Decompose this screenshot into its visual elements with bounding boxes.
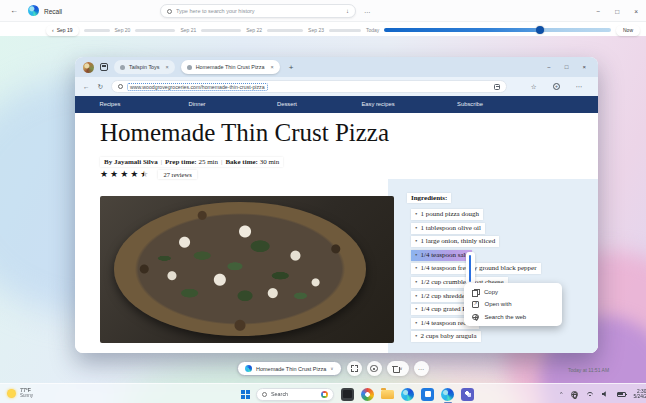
- snapshot-action-toolbar: Homemade Thin Crust Pizza ∨ ∨ ⋯: [237, 361, 429, 376]
- more-icon: ⋯: [418, 365, 425, 372]
- taskbar-clock[interactable]: 2:30 PM 5/24/2024: [634, 389, 646, 400]
- tab-favicon: [120, 65, 125, 70]
- tab-label: Homemade Thin Crust Pizza: [196, 64, 265, 70]
- ingredients-heading[interactable]: Ingredients:: [407, 193, 451, 203]
- taskbar-weather-widget[interactable]: 77°F Sunny: [7, 387, 33, 399]
- ingredient-item[interactable]: •1 tablespoon olive oil: [411, 223, 485, 234]
- timeline-prev-button[interactable]: ‹ Sep 19: [46, 25, 79, 36]
- timeline-date-label: Sep 20: [115, 27, 131, 33]
- taskbar-app-store[interactable]: [421, 388, 434, 401]
- workspaces-icon: [100, 63, 108, 71]
- browser-maximize-icon: □: [565, 64, 569, 70]
- network-globe-icon[interactable]: [571, 391, 578, 398]
- ingredient-item[interactable]: •1 large onion, thinly sliced: [411, 236, 499, 247]
- recall-titlebar: ← Recall ↓ ⋯ − □ ×: [0, 0, 646, 22]
- taskbar-app-teams[interactable]: [461, 388, 474, 401]
- battery-icon[interactable]: [617, 392, 626, 397]
- context-menu-item-copy[interactable]: Copy: [464, 286, 562, 298]
- ingredient-text: 1 pound pizza dough: [420, 210, 479, 218]
- prep-time-label: Prep time:: [165, 158, 197, 166]
- copy-icon: [472, 289, 478, 296]
- bullet-icon: •: [415, 264, 417, 272]
- browser-more-icon: ⋯: [576, 83, 583, 91]
- trash-icon: [392, 365, 398, 372]
- address-url-text[interactable]: www.woodgrovegroceries.com/homemade-thin…: [127, 83, 268, 91]
- volume-icon[interactable]: [602, 391, 609, 397]
- address-bar: www.woodgrovegroceries.com/homemade-thin…: [111, 80, 507, 93]
- timeline-track-segment[interactable]: [135, 29, 175, 32]
- toolbar-more-button[interactable]: ⋯: [414, 361, 429, 376]
- star-icon: [120, 170, 128, 179]
- snapshot-app-pill[interactable]: Homemade Thin Crust Pizza ∨: [237, 361, 342, 376]
- wifi-icon[interactable]: [586, 391, 594, 397]
- star-icon: [100, 170, 108, 179]
- timeline-track-segment[interactable]: [201, 29, 241, 32]
- recipe-photo[interactable]: [100, 196, 394, 343]
- open-with-icon: [472, 301, 479, 308]
- profile-avatar: [83, 62, 94, 73]
- timeline-track-segment[interactable]: [329, 29, 361, 32]
- text-selection-handle[interactable]: [466, 252, 475, 285]
- recipe-author: By Jayamali Silva: [104, 158, 158, 166]
- nav-item-subscribe[interactable]: Subscribe: [457, 101, 483, 107]
- snip-button[interactable]: [347, 361, 362, 376]
- recipe-byline[interactable]: By Jayamali Silva|Prep time: 25 min|Bake…: [100, 157, 283, 167]
- recipe-rating: 27 reviews: [100, 170, 197, 179]
- bake-time-value: 30 min: [260, 158, 280, 166]
- taskbar-app-browser[interactable]: [361, 388, 374, 401]
- history-search-input[interactable]: [176, 8, 342, 14]
- maximize-button[interactable]: □: [615, 8, 619, 15]
- taskbar-app-recall-active[interactable]: [441, 388, 454, 401]
- taskbar-app-edge[interactable]: [401, 388, 414, 401]
- reviews-count[interactable]: 27 reviews: [158, 170, 196, 179]
- ingredient-item[interactable]: •1/4 teaspoon freshly ground black peppe…: [411, 263, 541, 274]
- timeline-slider-handle[interactable]: [536, 26, 544, 34]
- start-button[interactable]: [241, 390, 250, 399]
- history-search-box[interactable]: ↓: [160, 4, 356, 18]
- browser-refresh-icon: ↻: [98, 83, 103, 91]
- bullet-icon: •: [415, 332, 417, 340]
- ingredient-item-highlighted[interactable]: •1/4 teaspoon salt: [411, 250, 472, 261]
- snapshot-app-label: Homemade Thin Crust Pizza: [256, 366, 326, 372]
- ingredient-text: 1/4 teaspoon freshly ground black pepper: [420, 264, 536, 272]
- collections-icon: [553, 83, 560, 90]
- context-menu-item-open-with[interactable]: Open with: [464, 298, 562, 310]
- titlebar-more-icon[interactable]: ⋯: [364, 8, 371, 15]
- nav-item-easy-recipes[interactable]: Easy recipes: [361, 101, 394, 107]
- back-icon[interactable]: ←: [10, 6, 18, 15]
- timeline-prev-label: Sep 19: [57, 27, 73, 33]
- timeline-track-segment[interactable]: [84, 29, 110, 32]
- tab-close-icon: ×: [165, 64, 168, 70]
- ingredient-item[interactable]: •1 pound pizza dough: [411, 209, 483, 220]
- recall-app-window: ← Recall ↓ ⋯ − □ × ‹ Sep 19 Sep 20 Sep 2…: [0, 0, 646, 403]
- star-icon: [130, 170, 138, 179]
- taskbar-search-box[interactable]: Search: [256, 388, 334, 401]
- minimize-button[interactable]: −: [596, 8, 600, 15]
- timeline-now-button[interactable]: Now: [616, 25, 640, 36]
- context-menu: Copy Open with Search the web: [464, 283, 562, 326]
- half-star-icon: [140, 170, 148, 179]
- timeline-track-segment[interactable]: [267, 29, 303, 32]
- context-menu-item-search-web[interactable]: Search the web: [464, 311, 562, 323]
- timeline-date-label: Sep 22: [246, 27, 262, 33]
- search-dropdown-icon[interactable]: ↓: [346, 8, 349, 14]
- nav-item-dessert[interactable]: Dessert: [277, 101, 297, 107]
- ingredient-item[interactable]: •2 cups baby arugula: [411, 331, 481, 342]
- copy-snapshot-button[interactable]: [367, 361, 382, 376]
- context-menu-label: Open with: [485, 301, 512, 307]
- bullet-icon: •: [415, 305, 417, 313]
- taskbar-app-file-explorer[interactable]: [381, 388, 394, 401]
- clock-date: 5/24/2024: [634, 394, 646, 399]
- nav-item-dinner[interactable]: Dinner: [188, 101, 205, 107]
- byline-separator: |: [158, 158, 165, 166]
- site-navbar: Recipes Dinner Dessert Easy recipes Subs…: [75, 96, 598, 113]
- nav-item-recipes[interactable]: Recipes: [100, 101, 121, 107]
- timeline-today-track[interactable]: [384, 28, 611, 32]
- search-icon: [167, 9, 172, 14]
- taskbar-app-device[interactable]: [341, 388, 354, 401]
- browser-toolbar: ← ↻ www.woodgrovegroceries.com/homemade-…: [75, 77, 598, 96]
- close-button[interactable]: ×: [634, 8, 638, 15]
- recipe-title[interactable]: Homemade Thin Crust Pizza: [100, 119, 389, 147]
- delete-snapshot-button[interactable]: ∨: [387, 361, 409, 376]
- tray-expand-icon[interactable]: ^: [560, 391, 563, 397]
